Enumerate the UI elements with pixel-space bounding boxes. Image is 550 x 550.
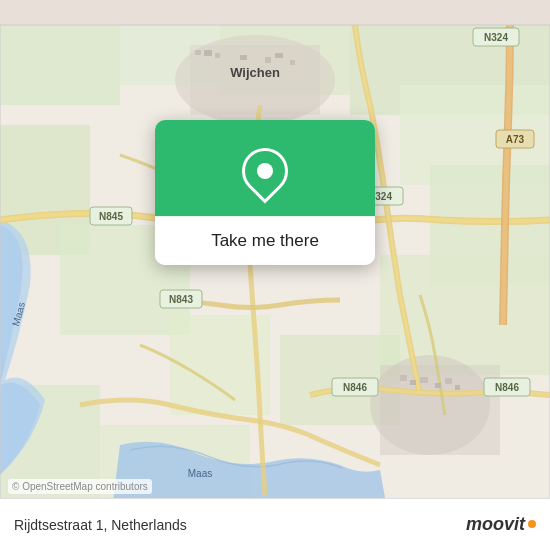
- pin-inner: [257, 163, 273, 179]
- svg-rect-41: [290, 60, 295, 65]
- moovit-text: moovit: [466, 514, 525, 535]
- svg-rect-1: [0, 25, 120, 105]
- svg-rect-40: [275, 53, 283, 58]
- svg-rect-47: [455, 385, 460, 390]
- svg-text:Maas: Maas: [188, 468, 212, 479]
- svg-text:N845: N845: [99, 211, 123, 222]
- svg-text:N324: N324: [484, 32, 508, 43]
- svg-text:N846: N846: [343, 382, 367, 393]
- svg-text:N846: N846: [495, 382, 519, 393]
- svg-rect-43: [410, 380, 416, 385]
- svg-rect-44: [420, 377, 428, 383]
- location-pin-icon: [242, 148, 288, 194]
- svg-text:N843: N843: [169, 294, 193, 305]
- svg-rect-42: [400, 375, 407, 381]
- svg-rect-46: [445, 378, 452, 384]
- moovit-logo: moovit: [466, 514, 536, 535]
- popup-card: Take me there: [155, 120, 375, 265]
- pin-body: [232, 138, 297, 203]
- svg-rect-35: [195, 50, 201, 55]
- svg-rect-36: [204, 50, 212, 56]
- svg-text:A73: A73: [506, 134, 525, 145]
- moovit-dot: [528, 520, 536, 528]
- svg-rect-45: [435, 383, 441, 388]
- svg-rect-38: [240, 55, 247, 60]
- svg-text:Wijchen: Wijchen: [230, 65, 280, 80]
- address-label: Rijdtsestraat 1, Netherlands: [14, 517, 187, 533]
- svg-rect-37: [215, 53, 220, 58]
- bottom-bar: Rijdtsestraat 1, Netherlands moovit: [0, 498, 550, 550]
- svg-rect-39: [265, 57, 271, 63]
- popup-green-area: [155, 120, 375, 216]
- copyright-label: © OpenStreetMap contributors: [8, 479, 152, 494]
- take-me-there-button[interactable]: Take me there: [155, 216, 375, 265]
- map-container: N324 N324 N845 N846 N846 N843 A73 Wijche…: [0, 0, 550, 550]
